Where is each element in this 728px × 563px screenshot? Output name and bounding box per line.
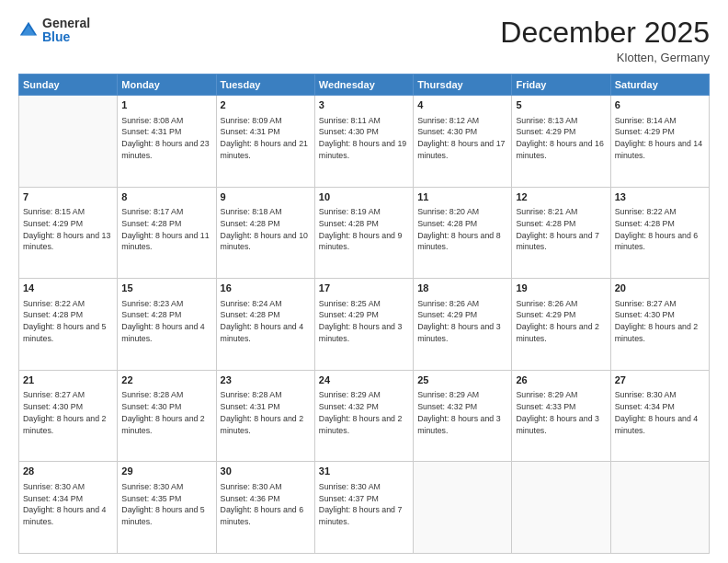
day-number: 4	[417, 98, 507, 112]
day-number: 8	[121, 190, 211, 204]
calendar-cell: 6Sunrise: 8:14 AMSunset: 4:29 PMDaylight…	[610, 96, 709, 188]
logo-icon	[18, 20, 39, 40]
calendar-header-thursday: Thursday	[414, 75, 512, 96]
day-number: 17	[319, 282, 409, 295]
calendar-cell: 27Sunrise: 8:30 AMSunset: 4:34 PMDayligh…	[610, 370, 709, 462]
calendar-header-monday: Monday	[118, 75, 216, 96]
calendar-cell: 29Sunrise: 8:30 AMSunset: 4:35 PMDayligh…	[118, 462, 216, 554]
logo-general-text: General	[42, 16, 90, 30]
calendar-cell: 15Sunrise: 8:23 AMSunset: 4:28 PMDayligh…	[118, 279, 216, 371]
calendar-week-2: 14Sunrise: 8:22 AMSunset: 4:28 PMDayligh…	[19, 279, 710, 371]
calendar-cell	[414, 462, 512, 554]
day-number: 24	[319, 373, 409, 387]
calendar-cell: 17Sunrise: 8:25 AMSunset: 4:29 PMDayligh…	[314, 279, 413, 371]
day-info: Sunrise: 8:08 AMSunset: 4:31 PMDaylight:…	[121, 115, 211, 162]
calendar-cell: 1Sunrise: 8:08 AMSunset: 4:31 PMDaylight…	[118, 96, 216, 188]
calendar-cell	[19, 96, 118, 188]
day-number: 27	[615, 373, 705, 387]
day-info: Sunrise: 8:11 AMSunset: 4:30 PMDaylight:…	[319, 115, 409, 162]
day-number: 15	[121, 282, 211, 295]
calendar-cell: 5Sunrise: 8:13 AMSunset: 4:29 PMDaylight…	[512, 96, 610, 188]
calendar-week-4: 28Sunrise: 8:30 AMSunset: 4:34 PMDayligh…	[19, 462, 710, 554]
day-info: Sunrise: 8:30 AMSunset: 4:37 PMDaylight:…	[319, 481, 409, 528]
calendar-cell: 28Sunrise: 8:30 AMSunset: 4:34 PMDayligh…	[19, 462, 118, 554]
day-info: Sunrise: 8:29 AMSunset: 4:32 PMDaylight:…	[417, 389, 507, 436]
day-info: Sunrise: 8:21 AMSunset: 4:28 PMDaylight:…	[516, 206, 606, 253]
calendar-cell: 24Sunrise: 8:29 AMSunset: 4:32 PMDayligh…	[314, 370, 413, 462]
logo: General Blue	[18, 17, 90, 45]
day-info: Sunrise: 8:09 AMSunset: 4:31 PMDaylight:…	[221, 115, 311, 162]
day-number: 26	[516, 373, 606, 387]
logo-blue-text: Blue	[42, 29, 70, 44]
day-number: 7	[23, 190, 113, 204]
day-number: 30	[221, 465, 311, 478]
day-info: Sunrise: 8:23 AMSunset: 4:28 PMDaylight:…	[121, 298, 211, 345]
calendar: SundayMondayTuesdayWednesdayThursdayFrid…	[18, 74, 710, 554]
calendar-header-tuesday: Tuesday	[216, 75, 314, 96]
calendar-week-0: 1Sunrise: 8:08 AMSunset: 4:31 PMDaylight…	[19, 96, 710, 188]
day-info: Sunrise: 8:30 AMSunset: 4:34 PMDaylight:…	[615, 389, 705, 436]
day-info: Sunrise: 8:15 AMSunset: 4:29 PMDaylight:…	[23, 206, 113, 253]
month-title: December 2025	[500, 17, 710, 49]
calendar-cell: 10Sunrise: 8:19 AMSunset: 4:28 PMDayligh…	[314, 187, 413, 279]
day-info: Sunrise: 8:30 AMSunset: 4:35 PMDaylight:…	[121, 481, 211, 528]
day-number: 3	[319, 98, 409, 112]
day-number: 13	[615, 190, 705, 204]
day-info: Sunrise: 8:14 AMSunset: 4:29 PMDaylight:…	[615, 115, 705, 162]
day-info: Sunrise: 8:17 AMSunset: 4:28 PMDaylight:…	[121, 206, 211, 253]
title-block: December 2025 Klotten, Germany	[500, 17, 710, 64]
day-number: 10	[319, 190, 409, 204]
calendar-header-friday: Friday	[512, 75, 610, 96]
day-info: Sunrise: 8:27 AMSunset: 4:30 PMDaylight:…	[23, 389, 113, 436]
calendar-cell: 2Sunrise: 8:09 AMSunset: 4:31 PMDaylight…	[216, 96, 314, 188]
day-info: Sunrise: 8:30 AMSunset: 4:34 PMDaylight:…	[23, 481, 113, 528]
calendar-cell: 13Sunrise: 8:22 AMSunset: 4:28 PMDayligh…	[610, 187, 709, 279]
calendar-cell: 22Sunrise: 8:28 AMSunset: 4:30 PMDayligh…	[118, 370, 216, 462]
day-info: Sunrise: 8:20 AMSunset: 4:28 PMDaylight:…	[417, 206, 507, 253]
day-info: Sunrise: 8:26 AMSunset: 4:29 PMDaylight:…	[516, 298, 606, 345]
day-number: 6	[615, 98, 705, 112]
calendar-header-saturday: Saturday	[610, 75, 709, 96]
day-number: 20	[615, 282, 705, 295]
calendar-header-sunday: Sunday	[19, 75, 118, 96]
day-number: 25	[417, 373, 507, 387]
day-number: 12	[516, 190, 606, 204]
calendar-header-wednesday: Wednesday	[314, 75, 413, 96]
calendar-cell: 25Sunrise: 8:29 AMSunset: 4:32 PMDayligh…	[414, 370, 512, 462]
calendar-cell: 23Sunrise: 8:28 AMSunset: 4:31 PMDayligh…	[216, 370, 314, 462]
calendar-cell: 9Sunrise: 8:18 AMSunset: 4:28 PMDaylight…	[216, 187, 314, 279]
day-info: Sunrise: 8:28 AMSunset: 4:30 PMDaylight:…	[121, 389, 211, 436]
calendar-cell: 20Sunrise: 8:27 AMSunset: 4:30 PMDayligh…	[610, 279, 709, 371]
calendar-week-3: 21Sunrise: 8:27 AMSunset: 4:30 PMDayligh…	[19, 370, 710, 462]
calendar-header-row: SundayMondayTuesdayWednesdayThursdayFrid…	[19, 75, 710, 96]
day-info: Sunrise: 8:13 AMSunset: 4:29 PMDaylight:…	[516, 115, 606, 162]
day-info: Sunrise: 8:27 AMSunset: 4:30 PMDaylight:…	[615, 298, 705, 345]
day-number: 21	[23, 373, 113, 387]
calendar-cell: 4Sunrise: 8:12 AMSunset: 4:30 PMDaylight…	[414, 96, 512, 188]
calendar-cell: 16Sunrise: 8:24 AMSunset: 4:28 PMDayligh…	[216, 279, 314, 371]
day-number: 9	[221, 190, 311, 204]
day-number: 2	[221, 98, 311, 112]
calendar-cell: 3Sunrise: 8:11 AMSunset: 4:30 PMDaylight…	[314, 96, 413, 188]
day-info: Sunrise: 8:22 AMSunset: 4:28 PMDaylight:…	[23, 298, 113, 345]
calendar-cell: 31Sunrise: 8:30 AMSunset: 4:37 PMDayligh…	[314, 462, 413, 554]
calendar-cell: 14Sunrise: 8:22 AMSunset: 4:28 PMDayligh…	[19, 279, 118, 371]
day-number: 31	[319, 465, 409, 478]
calendar-cell: 21Sunrise: 8:27 AMSunset: 4:30 PMDayligh…	[19, 370, 118, 462]
day-number: 22	[121, 373, 211, 387]
day-info: Sunrise: 8:26 AMSunset: 4:29 PMDaylight:…	[417, 298, 507, 345]
calendar-cell: 26Sunrise: 8:29 AMSunset: 4:33 PMDayligh…	[512, 370, 610, 462]
day-number: 5	[516, 98, 606, 112]
day-info: Sunrise: 8:25 AMSunset: 4:29 PMDaylight:…	[319, 298, 409, 345]
day-info: Sunrise: 8:12 AMSunset: 4:30 PMDaylight:…	[417, 115, 507, 162]
calendar-cell	[512, 462, 610, 554]
day-info: Sunrise: 8:29 AMSunset: 4:32 PMDaylight:…	[319, 389, 409, 436]
day-info: Sunrise: 8:28 AMSunset: 4:31 PMDaylight:…	[221, 389, 311, 436]
calendar-cell: 11Sunrise: 8:20 AMSunset: 4:28 PMDayligh…	[414, 187, 512, 279]
day-info: Sunrise: 8:22 AMSunset: 4:28 PMDaylight:…	[615, 206, 705, 253]
day-number: 11	[417, 190, 507, 204]
day-number: 28	[23, 465, 113, 478]
calendar-cell	[610, 462, 709, 554]
calendar-cell: 8Sunrise: 8:17 AMSunset: 4:28 PMDaylight…	[118, 187, 216, 279]
calendar-cell: 19Sunrise: 8:26 AMSunset: 4:29 PMDayligh…	[512, 279, 610, 371]
